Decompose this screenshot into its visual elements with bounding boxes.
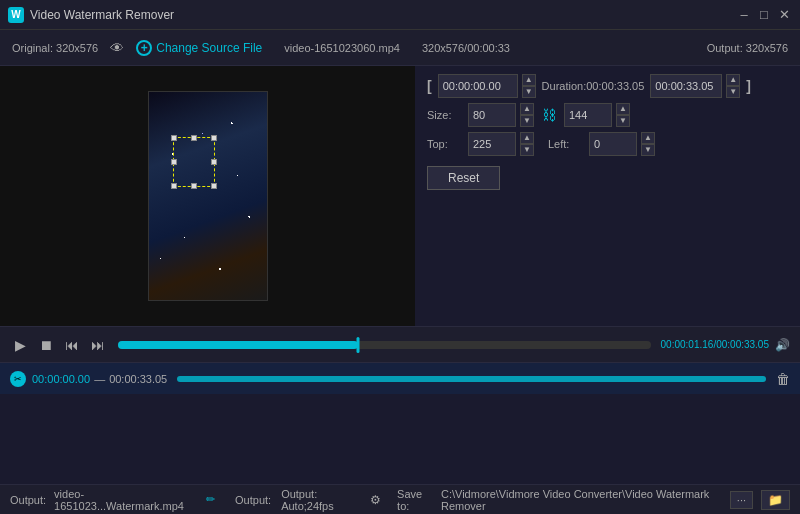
right-panel: [ ▲ ▼ Duration:00:00:33.05 ▲ ▼ ] Size: <box>415 66 800 326</box>
original-dimensions: Original: 320x576 <box>12 42 98 54</box>
top-input[interactable] <box>468 132 516 156</box>
handle-mid-left[interactable] <box>171 159 177 165</box>
output-file-value: video-1651023...Watermark.mp4 <box>54 488 196 512</box>
start-time-spin[interactable]: ▲ ▼ <box>522 74 536 98</box>
bottom-bar: Output: video-1651023...Watermark.mp4 ✏ … <box>0 484 800 514</box>
handle-bottom-right[interactable] <box>211 183 217 189</box>
width-up[interactable]: ▲ <box>520 103 534 115</box>
selection-box[interactable] <box>173 137 215 187</box>
timeline-fill <box>118 341 358 349</box>
video-preview <box>0 66 415 326</box>
window-controls: – □ ✕ <box>736 7 792 23</box>
bracket-close: ] <box>746 78 751 94</box>
handle-mid-right[interactable] <box>211 159 217 165</box>
handle-bottom-left[interactable] <box>171 183 177 189</box>
minimize-button[interactable]: – <box>736 7 752 23</box>
top-up[interactable]: ▲ <box>520 132 534 144</box>
top-label: Top: <box>427 138 462 150</box>
height-spin[interactable]: ▲ ▼ <box>616 103 630 127</box>
app-title: Video Watermark Remover <box>30 8 736 22</box>
handle-top-left[interactable] <box>171 135 177 141</box>
clip-bar <box>177 376 766 382</box>
start-time-input[interactable] <box>438 74 518 98</box>
maximize-button[interactable]: □ <box>756 7 772 23</box>
play-button[interactable]: ▶ <box>10 335 30 355</box>
timeline-thumb[interactable] <box>356 337 359 353</box>
settings-gear-icon[interactable]: ⚙ <box>370 493 381 507</box>
trash-icon[interactable]: 🗑 <box>776 371 790 387</box>
left-label: Left: <box>548 138 583 150</box>
handle-top-right[interactable] <box>211 135 217 141</box>
top-down[interactable]: ▼ <box>520 144 534 156</box>
eye-icon[interactable]: 👁 <box>110 40 124 56</box>
save-path-value: C:\Vidmore\Vidmore Video Converter\Video… <box>441 488 722 512</box>
file-dimensions-duration: 320x576/00:00:33 <box>422 42 510 54</box>
left-up[interactable]: ▲ <box>641 132 655 144</box>
duration-input[interactable] <box>650 74 722 98</box>
timeline-track[interactable] <box>118 341 651 349</box>
prev-frame-button[interactable]: ⏮ <box>62 335 82 355</box>
time-display: 00:00:01.16/00:00:33.05 <box>661 339 769 350</box>
width-input[interactable] <box>468 103 516 127</box>
output-filename: Output: <box>10 494 46 506</box>
titlebar: W Video Watermark Remover – □ ✕ <box>0 0 800 30</box>
height-input[interactable] <box>564 103 612 127</box>
time-range-row: [ ▲ ▼ Duration:00:00:33.05 ▲ ▼ ] <box>427 74 788 98</box>
bracket-open: [ <box>427 78 432 94</box>
clip-row: ✂ 00:00:00.00 — 00:00:33.05 🗑 <box>0 362 800 394</box>
app-window: W Video Watermark Remover – □ ✕ Original… <box>0 0 800 514</box>
top-spin[interactable]: ▲ ▼ <box>520 132 534 156</box>
middle-section: [ ▲ ▼ Duration:00:00:33.05 ▲ ▼ ] Size: <box>0 66 800 326</box>
edit-icon[interactable]: ✏ <box>206 493 215 506</box>
duration-down[interactable]: ▼ <box>726 86 740 98</box>
left-spin[interactable]: ▲ ▼ <box>641 132 655 156</box>
height-down[interactable]: ▼ <box>616 115 630 127</box>
size-row: Size: ▲ ▼ ⛓ ▲ ▼ <box>427 103 788 127</box>
output-settings-value: Output: Auto;24fps <box>281 488 362 512</box>
start-time-down[interactable]: ▼ <box>522 86 536 98</box>
browse-dots-button[interactable]: ··· <box>730 491 753 509</box>
volume-icon[interactable]: 🔊 <box>775 338 790 352</box>
handle-bottom-mid[interactable] <box>191 183 197 189</box>
height-up[interactable]: ▲ <box>616 103 630 115</box>
close-button[interactable]: ✕ <box>776 7 792 23</box>
next-frame-button[interactable]: ⏭ <box>88 335 108 355</box>
handle-top-mid[interactable] <box>191 135 197 141</box>
stop-button[interactable]: ⏹ <box>36 335 56 355</box>
plus-circle-icon: + <box>136 40 152 56</box>
open-folder-button[interactable]: 📁 <box>761 490 790 510</box>
size-label: Size: <box>427 109 462 121</box>
source-filename: video-1651023060.mp4 <box>284 42 400 54</box>
link-icon: ⛓ <box>542 107 556 123</box>
save-to-label: Save to: <box>397 488 433 512</box>
duration-label: Duration:00:00:33.05 <box>542 80 645 92</box>
duration-up[interactable]: ▲ <box>726 74 740 86</box>
output-settings: Output: <box>235 494 271 506</box>
video-frame <box>148 91 268 301</box>
clip-end-time: 00:00:33.05 <box>109 373 167 385</box>
position-row: Top: ▲ ▼ Left: ▲ ▼ <box>427 132 788 156</box>
clip-separator: — <box>94 373 105 385</box>
start-time-up[interactable]: ▲ <box>522 74 536 86</box>
clip-start-time: 00:00:00.00 <box>32 373 90 385</box>
left-input[interactable] <box>589 132 637 156</box>
width-spin[interactable]: ▲ ▼ <box>520 103 534 127</box>
left-down[interactable]: ▼ <box>641 144 655 156</box>
change-source-button[interactable]: + Change Source File <box>136 40 262 56</box>
duration-spin[interactable]: ▲ ▼ <box>726 74 740 98</box>
reset-button[interactable]: Reset <box>427 166 500 190</box>
clip-icon: ✂ <box>10 371 26 387</box>
toolbar: Original: 320x576 👁 + Change Source File… <box>0 30 800 66</box>
timeline-controls: ▶ ⏹ ⏮ ⏭ 00:00:01.16/00:00:33.05 🔊 <box>0 326 800 362</box>
width-down[interactable]: ▼ <box>520 115 534 127</box>
output-dimensions: Output: 320x576 <box>707 42 788 54</box>
reset-row: Reset <box>427 162 788 190</box>
app-icon: W <box>8 7 24 23</box>
